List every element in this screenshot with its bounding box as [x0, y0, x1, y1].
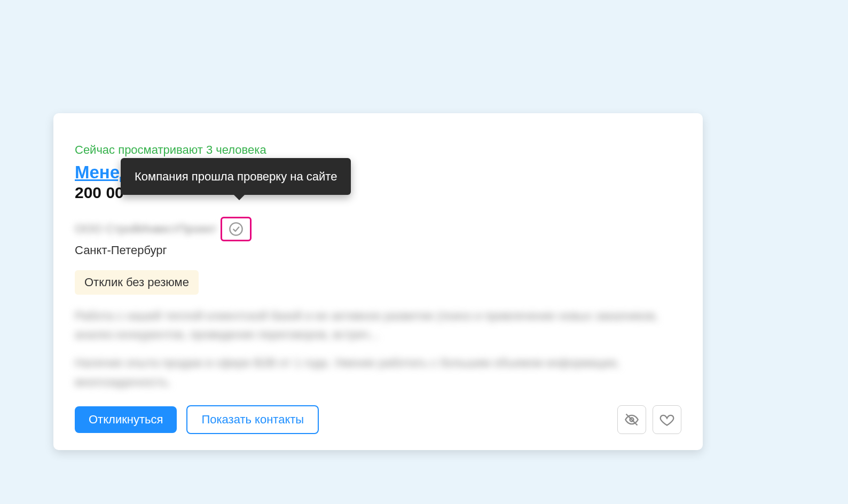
page-root: Сейчас просматривают 3 человека Менед 20… — [0, 0, 848, 504]
vacancy-city: Санкт-Петербург — [75, 243, 681, 257]
show-contacts-button[interactable]: Показать контакты — [186, 405, 319, 434]
actions-row: Откликнуться Показать контакты — [75, 405, 681, 434]
eye-off-icon — [624, 412, 639, 427]
no-resume-badge: Отклик без резюме — [75, 270, 199, 295]
company-row: ООО СтройИнвестПроект — [75, 217, 681, 241]
check-circle-icon[interactable] — [229, 222, 244, 237]
company-name[interactable]: ООО СтройИнвестПроект — [75, 222, 216, 236]
verified-badge-highlight — [221, 217, 252, 241]
verified-tooltip: Компания прошла проверку на сайте — [121, 158, 351, 195]
apply-button[interactable]: Откликнуться — [75, 406, 177, 433]
svg-point-0 — [230, 223, 242, 235]
heart-icon — [659, 412, 674, 427]
hide-vacancy-button[interactable] — [617, 405, 646, 434]
vacancy-description-2: Наличие опыта продаж в сфере B2B от 1 го… — [75, 353, 681, 391]
favorite-button[interactable] — [653, 405, 681, 434]
vacancy-description-1: Работа с нашей теплой клиентской базой и… — [75, 306, 681, 344]
viewers-count: Сейчас просматривают 3 человека — [75, 143, 681, 157]
